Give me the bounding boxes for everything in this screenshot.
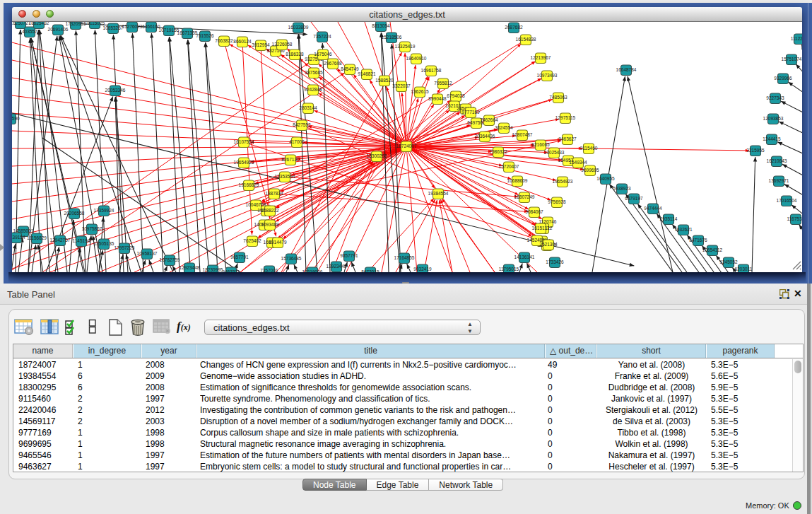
- svg-text:10653267: 10653267: [103, 25, 124, 30]
- svg-text:12975115: 12975115: [555, 115, 576, 120]
- svg-text:8454749: 8454749: [341, 66, 359, 71]
- svg-text:2521304: 2521304: [539, 242, 558, 247]
- svg-text:6914479: 6914479: [269, 240, 287, 245]
- svg-text:16671355: 16671355: [177, 30, 198, 35]
- svg-text:6379197: 6379197: [625, 196, 643, 201]
- svg-text:417006: 417006: [289, 139, 305, 144]
- svg-text:7632621: 7632621: [674, 227, 693, 232]
- svg-text:18724007: 18724007: [396, 144, 417, 148]
- svg-text:6216065: 6216065: [531, 142, 550, 147]
- svg-text:1588222: 1588222: [261, 208, 279, 213]
- svg-text:10654112: 10654112: [702, 247, 723, 252]
- svg-text:7485063: 7485063: [549, 95, 567, 100]
- svg-text:10975867: 10975867: [82, 226, 102, 231]
- svg-text:6466160: 6466160: [142, 24, 160, 29]
- svg-text:13325419: 13325419: [395, 44, 416, 49]
- svg-text:7515526: 7515526: [196, 33, 214, 38]
- svg-text:9463311: 9463311: [223, 269, 240, 273]
- svg-text:8990448: 8990448: [428, 96, 447, 101]
- svg-text:5938923: 5938923: [613, 186, 631, 191]
- svg-text:10719155: 10719155: [159, 28, 180, 33]
- svg-text:7625402: 7625402: [243, 238, 261, 243]
- svg-text:8427552: 8427552: [293, 122, 311, 127]
- svg-text:18807249: 18807249: [514, 194, 535, 199]
- svg-text:13226058: 13226058: [272, 42, 293, 47]
- svg-text:9227343: 9227343: [766, 95, 784, 100]
- svg-text:1640955: 1640955: [596, 176, 615, 181]
- svg-text:17320951: 17320951: [66, 22, 86, 26]
- svg-text:19166825: 19166825: [239, 182, 259, 187]
- svg-text:20206558: 20206558: [64, 211, 85, 216]
- svg-text:1588520: 1588520: [375, 78, 394, 83]
- svg-text:9777169: 9777169: [461, 110, 480, 115]
- svg-text:19115025: 19115025: [85, 22, 105, 25]
- svg-text:16961758: 16961758: [421, 68, 442, 73]
- svg-text:7663822: 7663822: [215, 38, 233, 43]
- svg-text:20691406: 20691406: [48, 27, 69, 32]
- svg-text:2935114: 2935114: [660, 216, 678, 221]
- svg-text:10688609: 10688609: [507, 178, 528, 183]
- svg-text:17359924: 17359924: [94, 208, 114, 213]
- svg-text:12923448: 12923448: [326, 264, 347, 269]
- svg-text:6203011: 6203011: [735, 267, 753, 271]
- svg-text:3912954: 3912954: [252, 42, 270, 47]
- svg-text:9032419: 9032419: [413, 267, 432, 271]
- svg-text:17016504: 17016504: [777, 198, 797, 203]
- svg-text:18640910: 18640910: [406, 56, 427, 61]
- svg-text:3624554: 3624554: [495, 125, 513, 130]
- svg-text:7986322: 7986322: [489, 149, 507, 154]
- svg-text:16107554: 16107554: [234, 139, 254, 144]
- svg-text:16782759: 16782759: [160, 257, 180, 262]
- svg-text:10219006: 10219006: [302, 269, 323, 273]
- svg-text:1244415: 1244415: [763, 136, 781, 141]
- svg-text:16033809: 16033809: [288, 25, 309, 30]
- svg-text:7357224: 7357224: [313, 34, 331, 39]
- svg-text:10958137: 10958137: [137, 251, 158, 256]
- svg-text:14136141: 14136141: [514, 255, 535, 259]
- svg-text:18300295: 18300295: [367, 153, 387, 158]
- svg-text:12213967: 12213967: [531, 55, 551, 60]
- svg-text:12353594: 12353594: [275, 174, 295, 179]
- svg-text:10973493: 10973493: [537, 73, 558, 78]
- svg-text:8267130: 8267130: [281, 157, 300, 162]
- svg-text:3215955: 3215955: [746, 148, 765, 153]
- svg-text:12942757: 12942757: [50, 238, 71, 243]
- svg-text:8660124: 8660124: [233, 39, 252, 44]
- svg-text:15736485: 15736485: [281, 256, 302, 261]
- svg-text:17164855: 17164855: [394, 255, 415, 260]
- svg-text:13692971: 13692971: [769, 178, 789, 183]
- svg-text:1167531: 1167531: [787, 216, 802, 221]
- svg-text:8672015: 8672015: [361, 269, 379, 273]
- svg-text:9242848: 9242848: [304, 87, 322, 92]
- svg-text:8813054: 8813054: [372, 23, 390, 28]
- svg-text:9084067: 9084067: [525, 209, 543, 214]
- svg-text:8471676: 8471676: [689, 238, 707, 243]
- svg-text:18625432: 18625432: [29, 22, 49, 25]
- svg-text:7357001: 7357001: [260, 268, 278, 273]
- svg-text:1549344: 1549344: [569, 160, 587, 165]
- svg-text:8186328: 8186328: [286, 52, 304, 57]
- svg-text:9139154: 9139154: [12, 235, 25, 240]
- svg-text:9115460: 9115460: [580, 146, 598, 151]
- svg-text:9857791: 9857791: [340, 253, 358, 258]
- svg-text:17957225: 17957225: [114, 245, 135, 250]
- svg-text:19654923: 19654923: [553, 179, 573, 184]
- svg-text:1093489: 1093489: [261, 222, 279, 227]
- svg-text:1362615: 1362615: [411, 89, 429, 94]
- svg-text:15276023: 15276023: [122, 24, 143, 29]
- svg-text:1145194: 1145194: [73, 238, 90, 243]
- svg-text:9245052: 9245052: [719, 259, 738, 264]
- svg-text:18230995: 18230995: [203, 267, 223, 272]
- svg-text:15720407: 15720407: [499, 164, 519, 169]
- svg-text:7955812: 7955812: [434, 81, 452, 86]
- svg-text:3875685: 3875685: [305, 70, 323, 75]
- svg-text:10025433: 10025433: [544, 150, 565, 155]
- svg-text:9329966: 9329966: [774, 76, 792, 81]
- svg-text:7462664: 7462664: [480, 117, 498, 122]
- svg-text:16210643: 16210643: [767, 158, 787, 163]
- svg-text:16648784: 16648784: [616, 67, 637, 72]
- svg-text:3322037: 3322037: [392, 83, 411, 88]
- svg-text:2803144: 2803144: [299, 105, 317, 110]
- svg-text:19654925: 19654925: [234, 160, 254, 165]
- svg-text:1733426: 1733426: [546, 259, 564, 264]
